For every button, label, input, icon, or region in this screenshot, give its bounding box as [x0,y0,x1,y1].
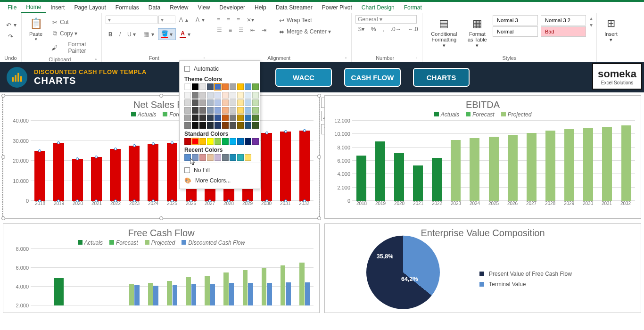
color-swatch[interactable] [199,154,206,161]
color-automatic[interactable]: Automatic [180,64,260,74]
chart-title[interactable]: Net Sales Re [7,99,315,110]
color-swatch[interactable] [252,122,259,129]
color-swatch[interactable] [207,138,214,145]
color-swatch[interactable] [245,122,251,129]
wrap-text-button[interactable]: ↩Wrap Text [275,15,334,25]
color-swatch[interactable] [222,83,229,90]
color-swatch[interactable] [230,83,236,90]
color-swatch[interactable] [222,138,229,145]
menu-format[interactable]: Format [399,3,427,12]
italic-button[interactable]: I [116,30,124,39]
color-swatch[interactable] [199,99,206,106]
color-swatch[interactable] [222,122,229,129]
color-swatch[interactable] [207,122,214,129]
style-normal32[interactable]: Normal 3 2 [541,15,586,25]
underline-button[interactable]: U ▾ [124,30,139,39]
menu-file[interactable]: File [3,3,21,12]
color-swatch[interactable] [199,92,206,99]
fill-color-button[interactable]: 🪣 ▾ [158,28,176,40]
color-swatch[interactable] [184,92,191,99]
chart-net-sales[interactable]: ＋ 🖌 ▽ Net Sales Re Actuals Forecast 010.… [3,95,320,219]
font-family-combo[interactable]: ▾ [106,16,157,24]
orientation-button[interactable]: ⤬▾ [244,15,257,25]
menu-home[interactable]: Home [21,2,46,13]
color-swatch[interactable] [252,99,259,106]
menu-power-pivot[interactable]: Power Pivot [317,3,357,12]
menu-page-layout[interactable]: Page Layout [69,3,110,12]
redo-button[interactable]: ↷ [4,31,17,41]
color-swatch[interactable] [215,122,221,129]
color-swatch[interactable] [252,107,259,114]
chart-legend[interactable]: Actuals Forecast [7,111,315,118]
color-swatch[interactable] [230,115,236,121]
font-color-button[interactable]: A ▾ [177,29,193,40]
plot-area[interactable]: 010.00020.00030.00040.000 [31,121,314,201]
decrease-font-button[interactable]: A▼ [193,15,208,25]
color-swatch[interactable] [252,138,259,145]
chart-title[interactable]: Free Cash Flow [7,228,315,239]
indent-increase-button[interactable]: ⇥ [259,25,269,35]
color-swatch[interactable] [230,92,236,99]
chart-evc[interactable]: Enterprise Value Composition 35,8% 64,2%… [324,223,641,313]
bold-button[interactable]: B [106,30,116,39]
menu-chart-design[interactable]: Chart Design [357,3,399,12]
color-swatch[interactable] [192,83,198,90]
chart-legend[interactable]: Actuals Forecast Projected [329,111,637,118]
color-swatch[interactable] [230,99,236,106]
chart-fcf[interactable]: Free Cash Flow Actuals Forecast Projecte… [3,223,320,313]
font-size-combo[interactable]: ▾ [158,16,175,24]
color-swatch[interactable] [192,99,198,106]
color-swatch[interactable] [245,115,251,121]
color-swatch[interactable] [230,138,236,145]
color-swatch[interactable] [245,83,251,90]
color-swatch[interactable] [199,138,206,145]
color-swatch[interactable] [245,92,251,99]
color-swatch[interactable] [215,99,221,106]
color-swatch[interactable] [215,83,221,90]
menu-data[interactable]: Data [144,3,165,12]
align-middle-button[interactable]: ≡ [224,15,233,25]
color-swatch[interactable] [230,107,236,114]
pie-chart[interactable]: 35,8% 64,2% [366,236,440,309]
color-swatch[interactable] [237,83,244,90]
copy-button[interactable]: ⧉Copy ▾ [48,28,98,39]
increase-font-button[interactable]: A▲ [176,15,192,25]
accounting-format-button[interactable]: $▾ [355,25,367,34]
conditional-formatting-button[interactable]: ▤ Conditional Formatting▾ [426,15,462,50]
style-normal[interactable]: Normal [493,26,538,37]
color-swatch[interactable] [222,115,229,121]
color-swatch[interactable] [184,154,191,161]
color-swatch[interactable] [207,107,214,114]
color-swatch[interactable] [252,92,259,99]
chart-legend[interactable]: Actuals Forecast Projected Discounted Ca… [7,239,315,246]
menu-insert[interactable]: Insert [46,3,69,12]
color-swatch[interactable] [237,122,244,129]
more-colors-option[interactable]: 🎨 More Colors... [180,175,260,186]
chart-title[interactable]: EBITDA [329,99,637,110]
color-swatch[interactable] [222,92,229,99]
paste-button[interactable]: 📋 Paste▾ [25,15,46,42]
color-swatch[interactable] [215,107,221,114]
align-center-button[interactable]: ≡ [226,25,235,35]
color-swatch[interactable] [192,115,198,121]
no-fill-option[interactable]: No Fill [180,165,260,175]
color-swatch[interactable] [184,138,191,145]
decrease-decimal-button[interactable]: ←.0 [405,25,421,34]
color-swatch[interactable] [237,92,244,99]
cut-button[interactable]: ✂Cut [48,17,98,27]
plot-area[interactable]: 2.0004.0006.0008.000 [31,249,314,305]
color-swatch[interactable] [215,138,221,145]
color-swatch[interactable] [184,122,191,129]
format-painter-button[interactable]: 🖌Format Painter [48,40,98,56]
menu-developer[interactable]: Developer [215,3,250,12]
color-swatch[interactable] [237,154,244,161]
color-swatch[interactable] [192,154,198,161]
cell-styles-gallery[interactable]: Normal 3 Normal 3 2 Normal Bad [493,15,588,37]
color-swatch[interactable] [222,99,229,106]
color-swatch[interactable] [184,107,191,114]
color-swatch[interactable] [199,115,206,121]
insert-cells-button[interactable]: ⊞ Insert▾ [601,15,621,44]
menu-data-streamer[interactable]: Data Streamer [271,3,317,12]
menu-formulas[interactable]: Formulas [111,3,144,12]
alignment-launcher-icon[interactable]: ▫ [344,55,347,60]
